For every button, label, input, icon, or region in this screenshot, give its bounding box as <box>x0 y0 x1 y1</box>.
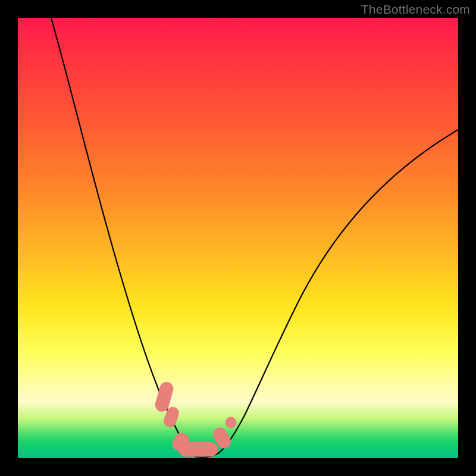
bottleneck-curve <box>51 18 458 458</box>
marker-bottom <box>170 431 218 456</box>
plot-area <box>18 18 458 458</box>
marker-group <box>154 381 236 456</box>
curve-layer <box>18 18 458 458</box>
watermark-text: TheBottleneck.com <box>361 2 470 17</box>
svg-point-5 <box>226 417 236 428</box>
chart-frame: TheBottleneck.com <box>0 0 476 476</box>
